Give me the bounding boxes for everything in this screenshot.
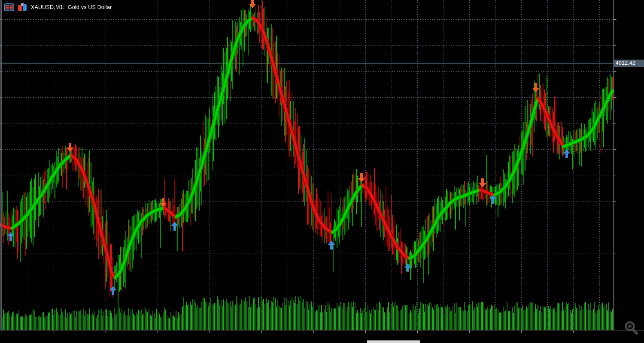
- zoom-indicator-icon[interactable]: [623, 320, 641, 340]
- market-watch-icon[interactable]: [4, 3, 14, 11]
- current-price-badge: 4012.42: [614, 60, 644, 67]
- chart-window-icon[interactable]: [18, 3, 27, 11]
- price-scale[interactable]: 4020.304015.654011.004006.354001.703997.…: [614, 0, 644, 330]
- mt5-chart-window: XAUUSD,M1: Gold vs US Dollar 4020.304015…: [0, 0, 644, 343]
- chart-symbol-title: XAUUSD,M1: Gold vs US Dollar: [31, 4, 112, 10]
- scrollbar-thumb[interactable]: [367, 340, 420, 343]
- chart-title-bar: XAUUSD,M1: Gold vs US Dollar: [4, 3, 112, 11]
- horizontal-scrollbar[interactable]: [0, 340, 622, 343]
- chart-canvas[interactable]: [0, 0, 644, 343]
